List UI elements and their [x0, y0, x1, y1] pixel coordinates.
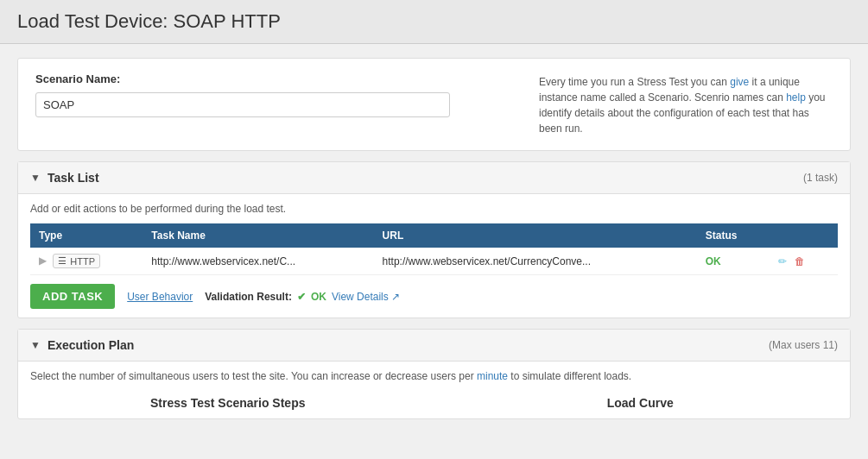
col-type: Type: [30, 223, 143, 248]
http-badge: ☰ HTTP: [53, 254, 100, 268]
table-row: ▶ ☰ HTTP http://www.webservicex.net/C...…: [30, 248, 838, 275]
task-list-header: Task List (1 task): [18, 162, 850, 194]
task-list-title: Task List: [48, 171, 99, 185]
page-title: Load Test Device: SOAP HTTP: [17, 10, 851, 33]
task-list-chevron-icon[interactable]: [30, 172, 41, 184]
edit-icon[interactable]: ✏: [778, 255, 787, 267]
execution-plan-body: Select the number of simultaneous users …: [18, 362, 850, 418]
row-actions: ✏ 🗑: [767, 248, 838, 275]
execution-plan-title: Execution Plan: [48, 338, 134, 352]
view-details-link[interactable]: View Details ↗: [332, 291, 400, 303]
execution-plan-bottom: Stress Test Scenario Steps Load Curve: [30, 396, 838, 410]
col-actions: [767, 223, 838, 248]
task-actions-row: ADD TASK User Behavior Validation Result…: [30, 284, 838, 309]
view-details-label: View Details: [332, 291, 389, 303]
scenario-panel: Scenario Name: Every time you run a Stre…: [17, 58, 851, 151]
main-content: Scenario Name: Every time you run a Stre…: [0, 44, 868, 433]
load-curve-section: Load Curve: [443, 396, 839, 410]
execution-plan-max-users: (Max users 11): [769, 339, 838, 351]
check-icon: ✔: [297, 291, 306, 303]
task-list-count: (1 task): [803, 172, 838, 184]
col-url: URL: [374, 223, 697, 248]
col-status: Status: [697, 223, 767, 248]
scenario-help-text: Every time you run a Stress Test you can…: [539, 72, 833, 136]
add-task-button[interactable]: ADD TASK: [30, 284, 115, 309]
external-link-icon: ↗: [391, 291, 400, 303]
task-table: Type Task Name URL Status ▶ ☰ HTTP: [30, 223, 838, 275]
minute-link[interactable]: minute: [477, 370, 508, 382]
row-url: http://www.webservicex.net/CurrencyConve…: [374, 248, 697, 275]
give-link[interactable]: give: [730, 76, 749, 88]
task-list-body: Add or edit actions to be performed duri…: [18, 194, 850, 318]
row-status: OK: [697, 248, 767, 275]
user-behavior-link[interactable]: User Behavior: [127, 291, 193, 303]
task-list-panel: Task List (1 task) Add or edit actions t…: [17, 161, 851, 318]
execution-plan-chevron-icon[interactable]: [30, 339, 41, 351]
task-list-description: Add or edit actions to be performed duri…: [30, 203, 838, 215]
help-link[interactable]: help: [786, 91, 806, 104]
scenario-name-input[interactable]: [35, 92, 450, 117]
stress-test-steps-section: Stress Test Scenario Steps: [30, 396, 426, 410]
row-task-name: http://www.webservicex.net/C...: [143, 248, 373, 275]
page-header: Load Test Device: SOAP HTTP: [0, 0, 868, 44]
scenario-label: Scenario Name:: [35, 72, 513, 85]
http-badge-icon: ☰: [58, 255, 67, 267]
col-task-name: Task Name: [143, 223, 373, 248]
execution-plan-header-left: Execution Plan: [30, 338, 134, 352]
validation-status: OK: [311, 291, 326, 303]
table-header-row: Type Task Name URL Status: [30, 223, 838, 248]
play-icon[interactable]: ▶: [39, 255, 47, 267]
execution-plan-panel: Execution Plan (Max users 11) Select the…: [17, 329, 851, 419]
delete-icon[interactable]: 🗑: [795, 255, 805, 267]
validation-result: Validation Result: ✔ OK View Details ↗: [205, 291, 400, 303]
validation-label: Validation Result:: [205, 291, 292, 303]
execution-plan-description: Select the number of simultaneous users …: [30, 370, 838, 382]
task-list-header-left: Task List: [30, 171, 99, 185]
http-badge-label: HTTP: [70, 256, 95, 267]
scenario-left: Scenario Name:: [35, 72, 513, 117]
row-type: ▶ ☰ HTTP: [30, 248, 143, 275]
stress-test-steps-title: Stress Test Scenario Steps: [30, 396, 426, 410]
load-curve-title: Load Curve: [443, 396, 839, 410]
execution-plan-header: Execution Plan (Max users 11): [18, 330, 850, 362]
